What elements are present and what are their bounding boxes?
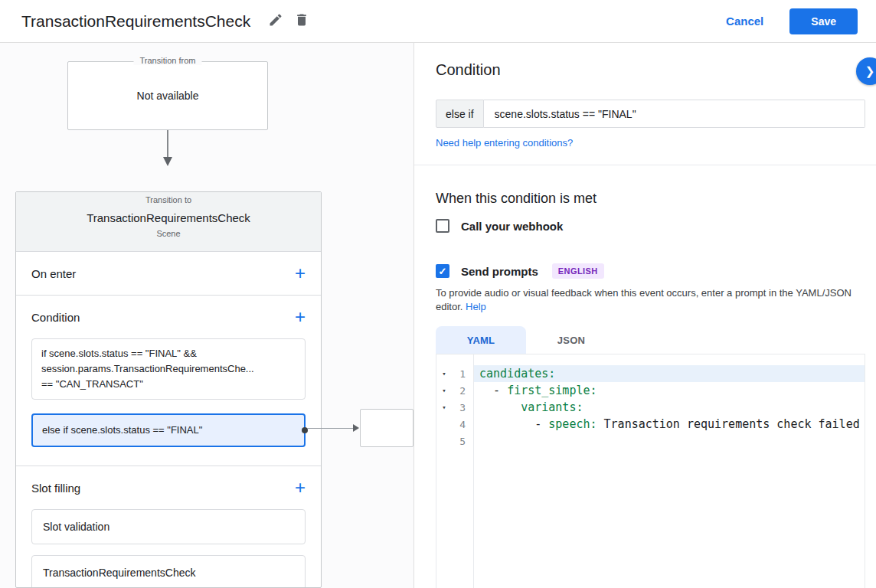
line-number: 5 — [449, 436, 473, 447]
condition-line: session.params.TransactionRequirementsCh… — [41, 361, 296, 377]
send-prompts-row: ✓ Send prompts ENGLISH — [436, 263, 604, 279]
flow-canvas: Transition from Not available Transition… — [0, 43, 413, 588]
slot-item[interactable]: TransactionRequirementsCheck — [31, 555, 306, 588]
condition-expression-input[interactable] — [484, 100, 865, 128]
transition-from-content: Not available — [137, 90, 199, 102]
webhook-row: Call your webhook — [436, 219, 563, 233]
code-line[interactable]: 4 - speech: Transaction requirements che… — [436, 416, 865, 433]
code-line[interactable]: ▾ 3 variants: — [436, 399, 865, 416]
connector-arrowhead-icon — [353, 424, 359, 432]
scene-subtitle: Scene — [16, 229, 321, 238]
slot-filling-label: Slot filling — [31, 482, 80, 495]
language-badge: ENGLISH — [552, 263, 604, 279]
code-content[interactable] — [473, 433, 865, 449]
code-token: Transaction requirements check failed — [597, 417, 860, 431]
check-icon: ✓ — [439, 266, 447, 277]
edit-title-button[interactable] — [263, 8, 289, 34]
page-title: TransactionRequirementsCheck — [21, 12, 250, 31]
send-prompts-label: Send prompts — [461, 265, 538, 278]
line-number: 4 — [449, 419, 473, 430]
condition-help-link[interactable]: Need help entering conditions? — [436, 137, 573, 149]
condition-editor-panel: Condition ❯ else if Need help entering c… — [413, 43, 876, 588]
when-condition-met-title: When this condition is met — [436, 191, 597, 207]
line-number: 3 — [449, 402, 473, 413]
condition-item[interactable]: if scene.slots.status == "FINAL" && sess… — [31, 338, 306, 400]
panel-divider — [414, 165, 876, 165]
add-on-enter-button[interactable]: + — [295, 264, 306, 283]
editor-tabs: YAML JSON — [436, 326, 616, 354]
condition-item-selected[interactable]: else if scene.slots.status == "FINAL" — [31, 413, 306, 447]
code-line[interactable]: ▾ 1 candidates: — [436, 365, 865, 382]
top-header: TransactionRequirementsCheck Cancel Save — [0, 0, 876, 43]
chevron-right-icon: ❯ — [865, 64, 875, 78]
cancel-button[interactable]: Cancel — [726, 15, 763, 28]
code-gutter: 4 — [436, 416, 473, 433]
code-line[interactable]: ▾ 2 - first_simple: — [436, 382, 865, 399]
code-token-key: variants: — [521, 400, 583, 414]
code-token: - — [479, 384, 507, 397]
condition-section: Condition + if scene.slots.status == "FI… — [16, 296, 321, 466]
transition-target-node[interactable] — [360, 409, 413, 447]
code-token — [479, 400, 521, 414]
send-prompts-checkbox[interactable]: ✓ — [436, 264, 449, 278]
slot-item[interactable]: Slot validation — [31, 509, 306, 544]
condition-connector-line — [307, 428, 355, 429]
pencil-icon — [268, 12, 283, 30]
webhook-checkbox[interactable] — [436, 219, 449, 233]
code-line[interactable]: 5 — [436, 433, 865, 449]
collapse-panel-button[interactable]: ❯ — [856, 57, 876, 85]
prompt-description: To provide audio or visual feedback when… — [436, 286, 868, 314]
add-condition-button[interactable]: + — [295, 308, 306, 326]
condition-prefix-chip: else if — [436, 100, 484, 128]
panel-title: Condition — [436, 61, 501, 79]
save-button[interactable]: Save — [789, 8, 858, 34]
gutter-divider — [473, 354, 474, 588]
condition-line: if scene.slots.status == "FINAL" && — [41, 346, 296, 361]
condition-line: == "CAN_TRANSACT" — [41, 377, 296, 392]
transition-from-label: Transition from — [134, 56, 202, 65]
condition-section-head: Condition + — [16, 296, 321, 338]
code-token-key: speech: — [548, 417, 597, 431]
add-slot-button[interactable]: + — [295, 479, 306, 497]
code-token: - — [479, 417, 548, 431]
line-number: 1 — [449, 368, 473, 380]
on-enter-label: On enter — [31, 267, 76, 280]
scene-node-header[interactable]: Transition to TransactionRequirementsChe… — [16, 192, 321, 252]
code-content[interactable]: - first_simple: — [473, 382, 865, 399]
on-enter-row: On enter + — [16, 252, 321, 296]
code-gutter: ▾ 3 — [436, 399, 473, 416]
tab-yaml[interactable]: YAML — [436, 326, 526, 354]
fold-arrow-icon[interactable]: ▾ — [439, 370, 449, 377]
code-token-key: first_simple: — [507, 384, 597, 397]
condition-expression-row: else if — [436, 100, 865, 128]
fold-arrow-icon[interactable]: ▾ — [439, 403, 449, 411]
code-content[interactable]: - speech: Transaction requirements check… — [473, 416, 865, 433]
tab-json[interactable]: JSON — [526, 326, 616, 354]
code-content[interactable]: candidates: — [473, 365, 865, 382]
transition-arrow — [162, 130, 174, 167]
webhook-label: Call your webhook — [461, 220, 563, 233]
slot-filling-section: Slot filling + Slot validation Transacti… — [16, 466, 321, 588]
delete-button[interactable] — [289, 8, 315, 34]
prompt-help-link[interactable]: Help — [466, 301, 486, 312]
code-gutter: ▾ 1 — [436, 365, 473, 382]
code-content[interactable]: variants: — [473, 399, 865, 416]
yaml-code-editor[interactable]: ▾ 1 candidates: ▾ 2 - first_simple: ▾ 3 — [436, 354, 865, 588]
transition-from-node: Transition from Not available — [67, 61, 268, 130]
fold-arrow-icon[interactable]: ▾ — [439, 387, 449, 394]
code-gutter: ▾ 2 — [436, 382, 473, 399]
slot-filling-section-head: Slot filling + — [16, 466, 321, 509]
line-number: 2 — [449, 385, 473, 397]
scene-node: Transition to TransactionRequirementsChe… — [15, 191, 322, 588]
code-gutter: 5 — [436, 433, 473, 449]
condition-section-label: Condition — [31, 311, 80, 324]
condition-line: else if scene.slots.status == "FINAL" — [42, 423, 202, 438]
scene-title: TransactionRequirementsCheck — [16, 211, 321, 224]
trash-icon — [294, 12, 309, 30]
code-token-key: candidates: — [479, 367, 555, 381]
transition-to-label: Transition to — [16, 195, 321, 204]
prompt-description-text: To provide audio or visual feedback when… — [436, 287, 851, 312]
